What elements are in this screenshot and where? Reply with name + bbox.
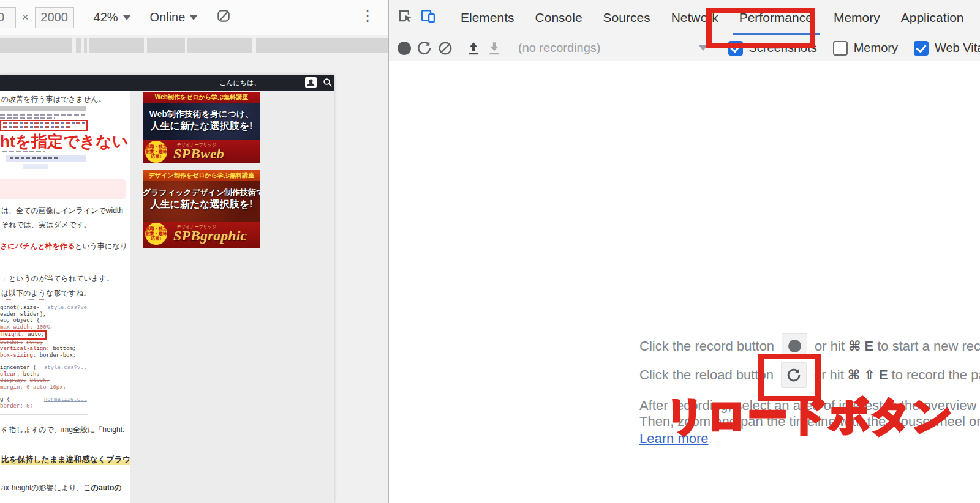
ad-copy-line: Web制作技術を身につけ、 bbox=[143, 103, 260, 120]
ad-footer: 就職・独立副業・趣味応援! デザイナーブリッジ SPBgraphic bbox=[143, 222, 260, 248]
viewport-height-input[interactable]: 2000 bbox=[35, 7, 74, 28]
page-body: の改善を行う事はできません。 htを指定できない は、全ての画像にインラインでw… bbox=[0, 91, 334, 503]
article-paragraph: それでは、実はダメです。 bbox=[1, 220, 91, 230]
screenshot-red-highlight-box bbox=[0, 120, 88, 131]
throttling-value: Online bbox=[150, 10, 186, 24]
memory-checkbox[interactable] bbox=[833, 41, 848, 56]
css-property-struck: border: none; bbox=[0, 340, 88, 346]
instruction-text: Click the record button bbox=[639, 338, 774, 354]
article-text: という事になり bbox=[75, 242, 127, 250]
keyboard-shortcut: ⌘ E bbox=[848, 338, 873, 354]
article-paragraph: さにバチんと枠を作るという事になり bbox=[0, 241, 127, 252]
annotation-label: リロードボタン bbox=[665, 389, 954, 442]
ad-body: グラフィックデザイン制作技術で、 人生に新たな選択肢を! bbox=[143, 181, 260, 222]
instruction-text: to start a new recording. bbox=[877, 338, 980, 354]
tab-application[interactable]: Application bbox=[891, 0, 974, 35]
chevron-down-icon bbox=[123, 15, 130, 20]
search-icon[interactable] bbox=[323, 78, 333, 90]
tab-console[interactable]: Console bbox=[525, 0, 593, 35]
viewport-width-value: 00 bbox=[0, 10, 4, 24]
code-snippet-block bbox=[6, 155, 86, 162]
web-vitals-label: Web Vitals bbox=[935, 41, 980, 55]
viewport-width-input[interactable]: 00 bbox=[0, 7, 16, 28]
tab-sources[interactable]: Sources bbox=[593, 0, 661, 35]
load-profile-icon[interactable] bbox=[466, 38, 481, 59]
css-rule: style.css?v.. igncenter { clear: both; d… bbox=[0, 365, 88, 390]
article-highlighted-text: 比を保持したまま違和感なくブラウ bbox=[1, 454, 130, 465]
tab-memory[interactable]: Memory bbox=[823, 0, 891, 35]
ad-badge: 就職・独立副業・趣味応援! bbox=[145, 141, 167, 163]
record-button[interactable] bbox=[398, 38, 411, 59]
tab-security[interactable]: Se bbox=[974, 0, 980, 35]
instruction-text: Click the reload button bbox=[639, 367, 774, 383]
clear-recordings-icon[interactable] bbox=[437, 38, 453, 59]
instruction-text: to record the page load. bbox=[892, 367, 980, 383]
viewport-height-value: 2000 bbox=[40, 10, 68, 24]
css-selector: eader_slider), bbox=[0, 311, 88, 318]
zoom-value: 42% bbox=[94, 10, 118, 24]
media-query-gap bbox=[87, 38, 89, 53]
media-query-gap bbox=[81, 38, 84, 53]
annotation-box-performance-tab bbox=[706, 8, 815, 48]
article-paragraph: は、全ての画像にインラインでwidth bbox=[1, 206, 123, 216]
page-greeting: こんにちは、 bbox=[219, 78, 260, 88]
ad-banner-spbgraphic[interactable]: デザイン制作をゼロから学ぶ無料講座 グラフィックデザイン制作技術で、 人生に新た… bbox=[143, 170, 260, 248]
article-bold-text: このautoの bbox=[84, 483, 122, 492]
css-property-struck: max-width: 100%; bbox=[0, 324, 88, 331]
stylesheet-link[interactable]: normalize.c.. bbox=[44, 397, 87, 403]
article-text: ax-heightの影響により、 bbox=[1, 483, 84, 492]
article-red-heading: htを指定できない bbox=[0, 131, 129, 152]
inspect-element-icon[interactable] bbox=[396, 7, 413, 28]
ad-brand-logo: SPBweb bbox=[173, 146, 224, 162]
web-vitals-checkbox[interactable] bbox=[914, 41, 929, 56]
css-selector: eo, object { bbox=[0, 318, 88, 324]
recordings-dropdown[interactable]: (no recordings) bbox=[518, 41, 601, 55]
media-query-gap bbox=[185, 38, 187, 53]
css-property: clear: both; bbox=[0, 371, 88, 378]
article-paragraph: 」というのが当てられています。 bbox=[1, 274, 113, 284]
styles-pane-screenshot: style.css?ve g:not(.size- eader_slider),… bbox=[0, 297, 88, 415]
toggle-device-toolbar-icon[interactable] bbox=[420, 7, 437, 28]
keyboard-shortcut: ⌘ ⇧ E bbox=[848, 367, 888, 383]
rotate-icon[interactable] bbox=[216, 8, 232, 27]
stylesheet-link[interactable]: style.css?v.. bbox=[44, 365, 87, 371]
ad-headline: デザイン制作をゼロから学ぶ無料講座 bbox=[143, 170, 260, 181]
throttling-dropdown[interactable]: Online bbox=[150, 10, 198, 24]
media-query-bar[interactable] bbox=[0, 38, 388, 53]
user-avatar-icon[interactable] bbox=[305, 77, 317, 90]
css-rule: style.css?ve g:not(.size- eader_slider),… bbox=[0, 305, 88, 359]
screenshot-titlebar bbox=[0, 106, 86, 111]
css-property: box-sizing: border-box; bbox=[0, 352, 88, 359]
media-query-gap bbox=[252, 38, 256, 53]
article-paragraph: を指しますので、img全般に「height: bbox=[1, 425, 124, 435]
css-property: vertical-align: bottom; bbox=[0, 346, 88, 352]
tab-elements[interactable]: Elements bbox=[450, 0, 525, 35]
screen: 00 × 2000 42% Online ⋮ bbox=[0, 0, 980, 503]
instruction-text: or hit bbox=[815, 338, 845, 354]
zoom-dropdown[interactable]: 42% bbox=[94, 10, 130, 24]
media-query-gap bbox=[72, 38, 76, 53]
stylesheet-link[interactable]: style.css?ve bbox=[47, 305, 87, 311]
ad-banner-spbweb[interactable]: Web制作をゼロから学ぶ無料講座 Web制作技術を身につけ、 人生に新たな選択肢… bbox=[143, 92, 260, 163]
styles-pane-toolbar bbox=[0, 297, 88, 302]
performance-toolbar: (no recordings) Screenshots Memory Web V… bbox=[389, 35, 980, 61]
page-header: こんにちは、 bbox=[0, 75, 334, 91]
css-property-struck: margin: 0 auto 10px; bbox=[0, 384, 88, 391]
tiny-text-row bbox=[2, 151, 45, 152]
web-vitals-checkbox-group[interactable]: Web Vitals bbox=[914, 41, 980, 56]
reload-and-record-button[interactable] bbox=[416, 38, 432, 59]
media-query-gap bbox=[144, 38, 147, 53]
ad-body: Web制作技術を身につけ、 人生に新たな選択肢を! bbox=[143, 103, 260, 140]
memory-checkbox-group[interactable]: Memory bbox=[833, 41, 914, 56]
record-icon bbox=[788, 340, 801, 352]
css-property-struck: display: block; bbox=[0, 378, 88, 384]
ad-badge: 就職・独立副業・趣味応援! bbox=[145, 223, 167, 245]
code-snippet-block-small bbox=[23, 164, 48, 169]
more-options-icon[interactable]: ⋮ bbox=[360, 9, 375, 23]
ad-copy-line: 人生に新たな選択肢を! bbox=[143, 120, 260, 133]
device-toolbar: 00 × 2000 42% Online ⋮ bbox=[0, 0, 388, 35]
ad-footer: 就職・独立副業・趣味応援! デザイナーブリッジ SPBweb bbox=[143, 140, 260, 163]
device-emulation-pane: 00 × 2000 42% Online ⋮ bbox=[0, 0, 388, 503]
article-paragraph: ax-heightの影響により、このautoの bbox=[1, 483, 122, 493]
save-profile-icon[interactable] bbox=[486, 38, 502, 59]
